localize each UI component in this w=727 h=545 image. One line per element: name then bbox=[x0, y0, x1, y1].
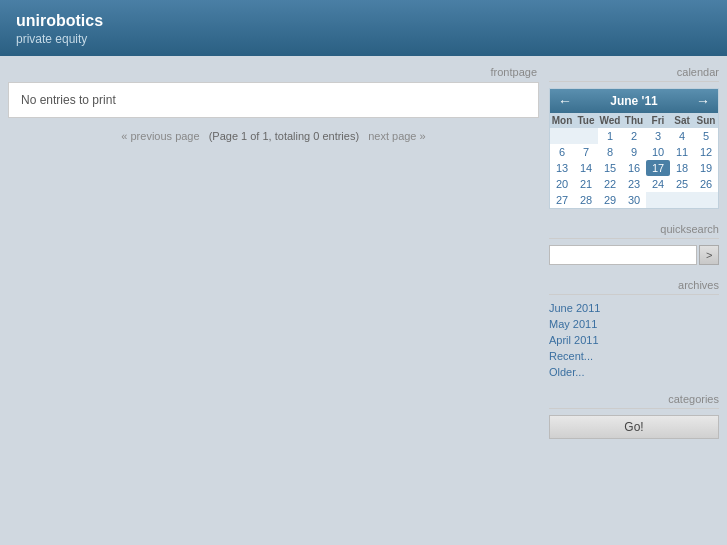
calendar-day-8[interactable]: 8 bbox=[598, 144, 622, 160]
calendar-day-10[interactable]: 10 bbox=[646, 144, 670, 160]
quicksearch-section: quicksearch > bbox=[549, 223, 719, 265]
calendar-day-3[interactable]: 3 bbox=[646, 128, 670, 144]
prev-page-link[interactable]: « previous page bbox=[121, 130, 199, 142]
next-page-link[interactable]: next page » bbox=[368, 130, 426, 142]
content-area: frontpage No entries to print « previous… bbox=[8, 66, 539, 142]
calendar-day-14[interactable]: 14 bbox=[574, 160, 598, 176]
day-header-tue: Tue bbox=[574, 113, 598, 128]
archives-list: June 2011 May 2011 April 2011 Recent... … bbox=[549, 301, 719, 379]
day-header-sun: Sun bbox=[694, 113, 718, 128]
calendar-day-15[interactable]: 15 bbox=[598, 160, 622, 176]
calendar-prev-button[interactable]: ← bbox=[556, 93, 574, 109]
calendar-widget: ← June '11 → Mon Tue Wed Thu Fri Sat Sun bbox=[549, 88, 719, 209]
list-item: Recent... bbox=[549, 349, 719, 363]
archives-section: archives June 2011 May 2011 April 2011 R… bbox=[549, 279, 719, 379]
list-item: May 2011 bbox=[549, 317, 719, 331]
archive-link-older[interactable]: Older... bbox=[549, 366, 584, 378]
archive-link-april2011[interactable]: April 2011 bbox=[549, 334, 599, 346]
pagination: « previous page (Page 1 of 1, totaling 0… bbox=[8, 130, 539, 142]
calendar-day-23[interactable]: 23 bbox=[622, 176, 646, 192]
calendar-day-28[interactable]: 28 bbox=[574, 192, 598, 208]
calendar-day-5[interactable]: 5 bbox=[694, 128, 718, 144]
calendar-day-11[interactable]: 11 bbox=[670, 144, 694, 160]
calendar-day-4[interactable]: 4 bbox=[670, 128, 694, 144]
main-wrapper: frontpage No entries to print « previous… bbox=[0, 56, 727, 463]
page-info: (Page 1 of 1, totaling 0 entries) bbox=[209, 130, 359, 142]
archive-link-recent[interactable]: Recent... bbox=[549, 350, 593, 362]
quicksearch-row: > bbox=[549, 245, 719, 265]
calendar-day-17-today[interactable]: 17 bbox=[646, 160, 670, 176]
archive-link-june2011[interactable]: June 2011 bbox=[549, 302, 600, 314]
calendar-day-16[interactable]: 16 bbox=[622, 160, 646, 176]
calendar-section-title: calendar bbox=[549, 66, 719, 82]
calendar-day-empty bbox=[670, 192, 694, 208]
calendar-day-empty bbox=[550, 128, 574, 144]
day-header-fri: Fri bbox=[646, 113, 670, 128]
calendar-day-12[interactable]: 12 bbox=[694, 144, 718, 160]
calendar-day-empty bbox=[694, 192, 718, 208]
calendar-days-header: Mon Tue Wed Thu Fri Sat Sun bbox=[550, 113, 718, 128]
calendar-header: ← June '11 → bbox=[550, 89, 718, 113]
calendar-day-9[interactable]: 9 bbox=[622, 144, 646, 160]
day-header-thu: Thu bbox=[622, 113, 646, 128]
archive-link-may2011[interactable]: May 2011 bbox=[549, 318, 597, 330]
calendar-day-30[interactable]: 30 bbox=[622, 192, 646, 208]
archives-section-title: archives bbox=[549, 279, 719, 295]
search-button[interactable]: > bbox=[699, 245, 719, 265]
calendar-day-29[interactable]: 29 bbox=[598, 192, 622, 208]
categories-go-button[interactable]: Go! bbox=[549, 415, 719, 439]
calendar-next-button[interactable]: → bbox=[694, 93, 712, 109]
site-header: unirobotics private equity bbox=[0, 0, 727, 56]
list-item: June 2011 bbox=[549, 301, 719, 315]
calendar-section: calendar ← June '11 → Mon Tue Wed Thu Fr… bbox=[549, 66, 719, 209]
entries-box: No entries to print bbox=[8, 82, 539, 118]
frontpage-label: frontpage bbox=[8, 66, 539, 78]
calendar-day-2[interactable]: 2 bbox=[622, 128, 646, 144]
calendar-day-1[interactable]: 1 bbox=[598, 128, 622, 144]
calendar-day-empty bbox=[646, 192, 670, 208]
search-input[interactable] bbox=[549, 245, 697, 265]
no-entries-text: No entries to print bbox=[21, 93, 116, 107]
day-header-sat: Sat bbox=[670, 113, 694, 128]
list-item: April 2011 bbox=[549, 333, 719, 347]
calendar-day-24[interactable]: 24 bbox=[646, 176, 670, 192]
calendar-day-20[interactable]: 20 bbox=[550, 176, 574, 192]
calendar-day-13[interactable]: 13 bbox=[550, 160, 574, 176]
calendar-day-22[interactable]: 22 bbox=[598, 176, 622, 192]
calendar-grid: 1 2 3 4 5 6 7 8 9 10 11 12 13 14 15 bbox=[550, 128, 718, 208]
list-item: Older... bbox=[549, 365, 719, 379]
day-header-mon: Mon bbox=[550, 113, 574, 128]
calendar-day-empty bbox=[574, 128, 598, 144]
quicksearch-section-title: quicksearch bbox=[549, 223, 719, 239]
calendar-day-7[interactable]: 7 bbox=[574, 144, 598, 160]
categories-section: categories Go! bbox=[549, 393, 719, 439]
calendar-day-6[interactable]: 6 bbox=[550, 144, 574, 160]
site-title: unirobotics bbox=[16, 12, 711, 30]
sidebar: calendar ← June '11 → Mon Tue Wed Thu Fr… bbox=[549, 66, 719, 453]
calendar-day-19[interactable]: 19 bbox=[694, 160, 718, 176]
calendar-day-18[interactable]: 18 bbox=[670, 160, 694, 176]
site-subtitle: private equity bbox=[16, 32, 711, 46]
calendar-day-21[interactable]: 21 bbox=[574, 176, 598, 192]
categories-section-title: categories bbox=[549, 393, 719, 409]
calendar-day-27[interactable]: 27 bbox=[550, 192, 574, 208]
calendar-day-25[interactable]: 25 bbox=[670, 176, 694, 192]
calendar-month-title: June '11 bbox=[610, 94, 658, 108]
calendar-day-26[interactable]: 26 bbox=[694, 176, 718, 192]
day-header-wed: Wed bbox=[598, 113, 622, 128]
